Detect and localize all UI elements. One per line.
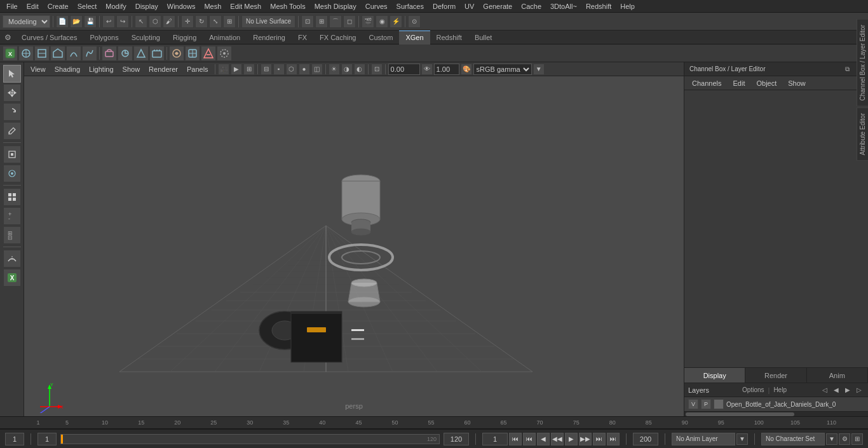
paint-select-icon[interactable]: 🖌 bbox=[163, 15, 175, 28]
ws-tab-redshift[interactable]: Redshift bbox=[430, 31, 468, 44]
pb-play-fwd-btn[interactable]: ▶ bbox=[565, 433, 578, 445]
vp-eye-icon[interactable]: 👁 bbox=[421, 64, 433, 75]
menu-mesh[interactable]: Mesh bbox=[200, 1, 225, 11]
soft-select-btn[interactable] bbox=[3, 165, 21, 182]
ws-tab-xgen[interactable]: XGen bbox=[399, 31, 430, 44]
redo-icon[interactable]: ↪ bbox=[116, 15, 129, 28]
ws-tab-animation[interactable]: Animation bbox=[203, 31, 247, 44]
display-tab-render[interactable]: Render bbox=[745, 368, 806, 383]
ws-tab-custom[interactable]: Custom bbox=[363, 31, 400, 44]
vp-play-icon[interactable]: ▶ bbox=[231, 64, 242, 75]
layer-prev-icon[interactable]: ◁ bbox=[820, 385, 830, 395]
transform-icon[interactable]: ⊞ bbox=[223, 15, 236, 28]
menu-generate[interactable]: Generate bbox=[479, 1, 516, 11]
vp-iso-icon[interactable]: ⊡ bbox=[371, 64, 383, 75]
render-icon[interactable]: 🎬 bbox=[362, 15, 374, 28]
anim-layer-arrow[interactable]: ▼ bbox=[736, 433, 748, 445]
shelf-icon-4[interactable] bbox=[50, 46, 65, 61]
object-menu[interactable]: Object bbox=[751, 78, 782, 88]
vp-colorspace-arrow[interactable]: ▼ bbox=[533, 64, 545, 75]
vp-ao-icon[interactable]: ◐ bbox=[354, 64, 365, 75]
snap-point-icon[interactable]: ⊡ bbox=[301, 15, 314, 28]
select-tool-icon[interactable]: ↖ bbox=[135, 15, 147, 28]
vp-menu-panels[interactable]: Panels bbox=[183, 64, 212, 74]
shelf-icon-2[interactable] bbox=[18, 46, 34, 61]
lasso-icon[interactable]: ⬡ bbox=[149, 15, 161, 28]
shelf-icon-6[interactable] bbox=[82, 46, 97, 61]
vp-camera-icon[interactable]: 🎥 bbox=[218, 64, 229, 75]
vp-snap-icon[interactable]: ⊞ bbox=[243, 64, 255, 75]
shelf-icon-13[interactable] bbox=[201, 46, 216, 61]
rs-icon[interactable]: ⚡ bbox=[390, 15, 402, 28]
move-icon[interactable]: ✛ bbox=[181, 15, 194, 28]
vp-smooth-icon[interactable]: ● bbox=[299, 64, 310, 75]
no-char-set-btn[interactable]: No Character Set bbox=[761, 433, 825, 445]
scene-3d[interactable]: Y X persp bbox=[24, 76, 684, 416]
edit-menu[interactable]: Edit bbox=[728, 78, 750, 88]
scale-icon[interactable]: ⤡ bbox=[209, 15, 222, 28]
menu-uv[interactable]: UV bbox=[461, 1, 478, 11]
workspace-settings-icon[interactable]: ⚙ bbox=[3, 32, 13, 43]
shelf-icon-5[interactable] bbox=[66, 46, 81, 61]
ws-tab-rendering[interactable]: Rendering bbox=[247, 31, 292, 44]
channels-menu[interactable]: Channels bbox=[687, 78, 726, 88]
vp-menu-show[interactable]: Show bbox=[119, 64, 144, 74]
display-tab-display[interactable]: Display bbox=[684, 368, 745, 383]
layer-next2-icon[interactable]: ▷ bbox=[854, 385, 864, 395]
snap-curve-icon[interactable]: ⌒ bbox=[329, 15, 342, 28]
vp-menu-renderer[interactable]: Renderer bbox=[145, 64, 182, 74]
menu-mesh-display[interactable]: Mesh Display bbox=[311, 1, 360, 11]
ws-tab-rigging[interactable]: Rigging bbox=[166, 31, 203, 44]
vp-gamma-field[interactable] bbox=[434, 64, 459, 75]
xray-icon[interactable]: ⊙ bbox=[408, 15, 421, 28]
range-start-field[interactable] bbox=[37, 433, 57, 445]
vp-menu-view[interactable]: View bbox=[27, 64, 50, 74]
menu-help[interactable]: Help bbox=[616, 1, 639, 11]
frame-display-field[interactable] bbox=[482, 433, 508, 445]
component-mode-btn[interactable] bbox=[3, 188, 21, 206]
shelf-icon-14[interactable] bbox=[217, 46, 232, 61]
menu-3dtall[interactable]: 3DtoAll~ bbox=[546, 1, 581, 11]
anim-end-field[interactable] bbox=[444, 433, 469, 445]
rotate-tool-btn[interactable] bbox=[3, 103, 21, 121]
layer-prev2-icon[interactable]: ◀ bbox=[831, 385, 841, 395]
no-anim-layer-btn[interactable]: No Anim Layer bbox=[672, 433, 735, 445]
show-menu[interactable]: Show bbox=[783, 78, 811, 88]
ipr-icon[interactable]: ◉ bbox=[376, 15, 388, 28]
menu-select[interactable]: Select bbox=[74, 1, 101, 11]
menu-modify[interactable]: Modify bbox=[102, 1, 130, 11]
show-manipulator-btn[interactable] bbox=[3, 146, 21, 163]
vp-menu-shading[interactable]: Shading bbox=[51, 64, 84, 74]
channel-box-side-tab[interactable]: Channel Box / Layer Editor bbox=[857, 19, 868, 107]
pb-prev-frame-btn[interactable]: ◀ bbox=[537, 433, 550, 445]
menu-edit[interactable]: Edit bbox=[23, 1, 43, 11]
live-surface-btn[interactable]: No Live Surface bbox=[241, 15, 295, 28]
layer-color-swatch[interactable] bbox=[714, 399, 724, 409]
mode-selector[interactable]: Modeling bbox=[3, 15, 50, 28]
char-set-extra-icon[interactable]: ⊞ bbox=[851, 433, 863, 445]
pb-next-frame-btn[interactable]: ▶▶ bbox=[579, 433, 592, 445]
snap-surface-icon[interactable]: ◻ bbox=[343, 15, 356, 28]
ws-tab-fx[interactable]: FX bbox=[292, 31, 313, 44]
ws-tab-fx-caching[interactable]: FX Caching bbox=[313, 31, 362, 44]
xgen-logo-btn[interactable]: X bbox=[3, 269, 21, 287]
menu-create[interactable]: Create bbox=[44, 1, 72, 11]
shelf-xgen-icon-1[interactable]: X bbox=[3, 46, 18, 61]
ws-tab-bullet[interactable]: Bullet bbox=[468, 31, 499, 44]
menu-display[interactable]: Display bbox=[132, 1, 162, 11]
vp-wireframe-icon[interactable]: ⬡ bbox=[286, 64, 297, 75]
open-scene-icon[interactable]: 📂 bbox=[70, 15, 83, 28]
ws-tab-polygons[interactable]: Polygons bbox=[83, 31, 125, 44]
menu-cache[interactable]: Cache bbox=[517, 1, 545, 11]
vp-color-field[interactable] bbox=[388, 64, 420, 75]
plus-minus2-btn[interactable]: ⊞⊟ bbox=[3, 226, 21, 244]
snap-grid-icon[interactable]: ⊞ bbox=[315, 15, 328, 28]
rotate-icon[interactable]: ↻ bbox=[195, 15, 208, 28]
ws-tab-curves-surfaces[interactable]: Curves / Surfaces bbox=[15, 31, 83, 44]
display-tab-anim[interactable]: Anim bbox=[807, 368, 868, 383]
vp-menu-lighting[interactable]: Lighting bbox=[85, 64, 118, 74]
undo-icon[interactable]: ↩ bbox=[102, 15, 115, 28]
layer-playback-btn[interactable]: P bbox=[701, 399, 711, 409]
snap-to-surface-btn[interactable] bbox=[3, 250, 21, 268]
char-set-arrow[interactable]: ▼ bbox=[826, 433, 837, 445]
